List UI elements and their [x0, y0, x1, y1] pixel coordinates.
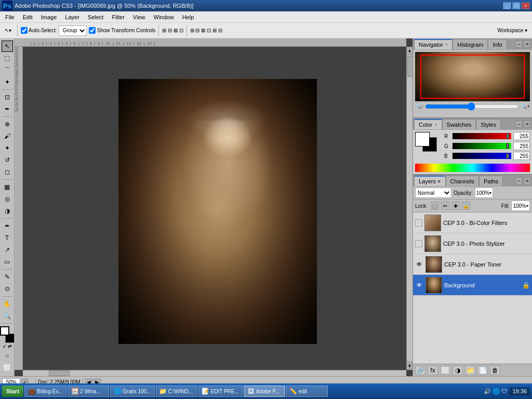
tab-info[interactable]: Info	[488, 39, 507, 49]
hand-tool[interactable]: ✋	[2, 298, 13, 310]
layers-collapse-btn[interactable]: –	[515, 177, 523, 184]
zoom-tool[interactable]: 🔍	[2, 310, 13, 322]
layer-row-background[interactable]: 👁 Background 🔒	[413, 275, 532, 296]
menu-edit[interactable]: Edit	[19, 11, 37, 23]
tab-swatches[interactable]: Swatches	[442, 119, 476, 129]
minimize-button[interactable]: _	[503, 2, 511, 9]
color-menu-btn[interactable]: ≡	[524, 121, 531, 128]
workspace-button[interactable]: Workspace ▾	[495, 25, 530, 36]
eyedropper-tool[interactable]: ✒	[2, 103, 13, 115]
layer-visibility-toggle[interactable]	[415, 240, 422, 247]
hscroll-thumb[interactable]	[49, 370, 70, 376]
maximize-button[interactable]: □	[512, 2, 521, 9]
shape-tool[interactable]: ▭	[2, 256, 13, 268]
menu-window[interactable]: Window	[150, 11, 178, 23]
lock-image-btn[interactable]: ✏	[441, 202, 449, 210]
lock-transparent-btn[interactable]: ⬚	[431, 202, 439, 210]
taskbar-item-gratis[interactable]: 🌐 Gratis 100...	[110, 385, 154, 397]
quick-mask-circle[interactable]: ○	[2, 350, 13, 362]
auto-select-dropdown[interactable]: Group Layer	[59, 25, 87, 36]
layer-visibility-toggle[interactable]	[415, 219, 422, 227]
fill-value[interactable]: 100%	[513, 203, 526, 209]
tab-navigator[interactable]: Navigator ×	[414, 39, 453, 49]
lock-all-btn[interactable]: 🔒	[462, 202, 470, 210]
layer-eye-icon[interactable]: 👁	[415, 260, 423, 269]
navigator-menu-btn[interactable]: ≡	[524, 41, 531, 48]
nav-preview-box[interactable]	[420, 55, 525, 99]
link-layers-btn[interactable]: 🔗	[415, 366, 425, 375]
tab-histogram[interactable]: Histogram	[453, 39, 488, 49]
dodge-tool[interactable]: ◑	[2, 205, 13, 217]
green-value[interactable]: 255	[513, 142, 530, 150]
scroll-up-btn[interactable]: ▲	[407, 47, 413, 55]
move-tool-btn[interactable]: ↖▾	[2, 25, 14, 36]
title-bar-controls[interactable]: _ □ ×	[503, 2, 530, 9]
layer-row[interactable]: CEP 3.0 - Bi-Color Filters	[413, 212, 532, 233]
tab-layers[interactable]: Layers ×	[414, 176, 446, 186]
quick-mask-btn[interactable]: ○	[2, 350, 13, 362]
path-select-tool[interactable]: ↗	[2, 244, 13, 256]
taskbar-item-edit[interactable]: ✏️ edit	[286, 385, 328, 397]
taskbar-item-editpre[interactable]: 📝 EDIT PRE...	[198, 385, 243, 397]
menu-layer[interactable]: Layer	[61, 11, 84, 23]
brush-tool[interactable]: 🖌	[2, 130, 13, 142]
blue-value[interactable]: 255	[513, 152, 530, 160]
taskbar-item-wina[interactable]: 🪟 2 Wina...	[68, 385, 109, 397]
zoom-out-icon[interactable]: 🔍-	[415, 103, 423, 109]
new-adjustment-btn[interactable]: ◑	[453, 366, 463, 375]
blur-tool[interactable]: ◎	[2, 193, 13, 205]
scroll-thumb[interactable]	[407, 56, 413, 77]
layers-menu-btn[interactable]: ≡	[524, 177, 531, 184]
clone-tool[interactable]: ✦	[2, 142, 13, 154]
menu-view[interactable]: View	[129, 11, 150, 23]
start-button[interactable]: Start	[2, 385, 23, 397]
layer-mask-btn[interactable]: ⬜	[440, 366, 450, 375]
lasso-tool[interactable]: ⌒	[2, 64, 13, 76]
foreground-color-swatch[interactable]	[0, 326, 9, 336]
show-transform-checkbox[interactable]: Show Transform Controls	[89, 27, 155, 34]
foreground-color[interactable]	[415, 132, 430, 147]
color-swatches[interactable]	[0, 326, 15, 343]
new-layer-btn[interactable]: 📄	[477, 366, 488, 375]
opacity-value[interactable]: 100%	[476, 190, 490, 196]
tab-styles[interactable]: Styles	[476, 119, 501, 129]
taskbar-item-adobe[interactable]: 🖼 Adobe P...	[244, 385, 285, 397]
crop-tool[interactable]: ⊡	[2, 91, 13, 103]
delete-layer-btn[interactable]: 🗑	[490, 366, 500, 375]
auto-select-checkbox[interactable]: Auto-Select:	[21, 27, 57, 34]
layer-row[interactable]: CEP 3.0 - Photo Stylizer	[413, 233, 532, 254]
eraser-tool[interactable]: ◻	[2, 166, 13, 178]
move-tool[interactable]: ↖	[2, 41, 13, 52]
close-button[interactable]: ×	[522, 2, 530, 9]
blend-mode-select[interactable]: Normal Multiply Screen Overlay	[415, 188, 451, 198]
menu-select[interactable]: Select	[84, 11, 108, 23]
tab-paths[interactable]: Paths	[479, 176, 503, 186]
magic-wand-tool[interactable]: ✦	[2, 76, 13, 88]
navigator-collapse-btn[interactable]: –	[515, 41, 523, 48]
opacity-arrow[interactable]: ▾	[489, 191, 491, 195]
close-navigator-tab[interactable]: ×	[445, 42, 448, 47]
horizontal-scrollbar[interactable]	[23, 370, 406, 376]
menu-image[interactable]: Image	[37, 11, 61, 23]
zoom-slider[interactable]	[425, 104, 518, 109]
marquee-tool[interactable]: ⬚	[2, 52, 13, 64]
pen-tool[interactable]: ✒	[2, 220, 13, 232]
menu-filter[interactable]: Filter	[108, 11, 128, 23]
layer-style-btn[interactable]: fx	[428, 366, 438, 375]
taskbar-item-cwind[interactable]: 📁 C:\WIND...	[156, 385, 197, 397]
vertical-scrollbar[interactable]: ▲ ▼	[406, 47, 413, 370]
history-tool[interactable]: ↺	[2, 154, 13, 166]
layer-eye-icon[interactable]: 👁	[415, 281, 423, 289]
close-color-tab[interactable]: ×	[434, 122, 437, 127]
eyedrop-tool[interactable]: ⊙	[2, 283, 13, 295]
notes-tool[interactable]: ✎	[2, 271, 13, 283]
color-collapse-btn[interactable]: –	[515, 121, 523, 128]
layer-row[interactable]: 👁 CEP 3.0 - Paper Toner	[413, 254, 532, 275]
menu-help[interactable]: Help	[178, 11, 198, 23]
scroll-down-btn[interactable]: ▼	[407, 362, 413, 370]
screen-mode-btn[interactable]: ⬜	[2, 362, 13, 374]
tab-color[interactable]: Color ×	[414, 119, 442, 129]
taskbar-item-billing[interactable]: 💼 Billing-Ex...	[24, 385, 66, 397]
lock-position-btn[interactable]: ✚	[451, 202, 460, 210]
tab-channels[interactable]: Channels	[446, 176, 479, 186]
